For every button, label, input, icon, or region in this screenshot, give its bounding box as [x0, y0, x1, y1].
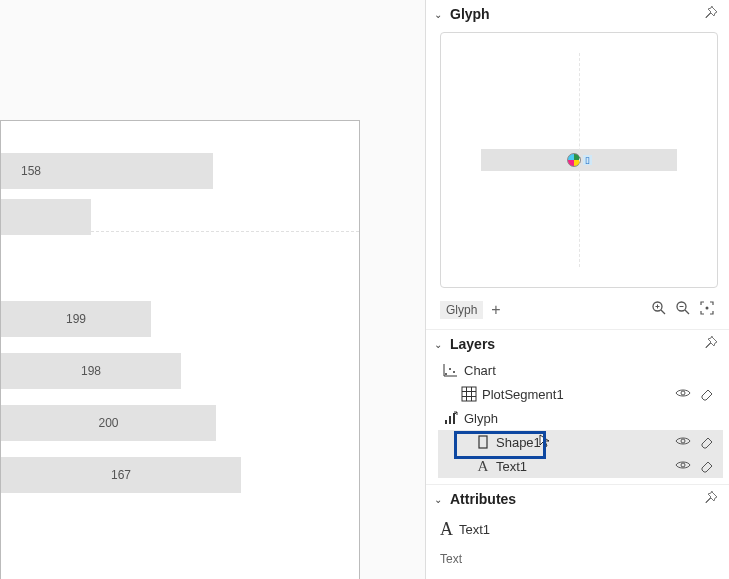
bar-value: 167	[111, 468, 131, 482]
svg-point-8	[445, 373, 447, 375]
fit-view-icon[interactable]	[699, 300, 715, 319]
svg-line-5	[685, 310, 689, 314]
attributes-body: A Text1 Text	[426, 511, 729, 570]
chart-canvas[interactable]: 158 199 198 200 167	[0, 120, 360, 579]
rectangle-icon	[474, 433, 492, 451]
bar-value: 158	[21, 164, 41, 178]
text-icon: A	[440, 519, 453, 540]
glyph-binding-tag: ▯	[583, 155, 592, 165]
layer-glyph[interactable]: Glyph	[438, 406, 723, 430]
layer-text1[interactable]: A Text1	[438, 454, 723, 478]
layers-section-title: Layers	[450, 336, 495, 352]
layer-label: Chart	[464, 363, 496, 378]
add-glyph-button[interactable]: +	[491, 301, 500, 319]
grid-icon	[460, 385, 478, 403]
layer-label: PlotSegment1	[482, 387, 564, 402]
glyph-section-header[interactable]: ⌄ Glyph	[426, 0, 729, 26]
attributes-section-title: Attributes	[450, 491, 516, 507]
pin-icon[interactable]	[703, 6, 719, 22]
chart-bar[interactable]: 198	[1, 353, 181, 389]
glyph-icon	[442, 409, 460, 427]
pin-icon[interactable]	[703, 491, 719, 507]
visibility-icon[interactable]	[675, 433, 691, 452]
glyph-shape-preview[interactable]: ▯	[481, 149, 677, 171]
chart-bar[interactable]	[1, 199, 91, 235]
cursor-icon	[539, 434, 551, 451]
layer-shape1[interactable]: Shape1	[438, 430, 723, 454]
attributes-object-row: A Text1	[440, 515, 715, 546]
visibility-icon[interactable]	[675, 457, 691, 476]
pin-icon[interactable]	[703, 336, 719, 352]
chart-bar[interactable]: 167	[1, 457, 241, 493]
layers-section-header[interactable]: ⌄ Layers	[426, 329, 729, 356]
svg-rect-22	[479, 436, 487, 448]
zoom-out-icon[interactable]	[675, 300, 691, 319]
layer-plot-segment[interactable]: PlotSegment1	[438, 382, 723, 406]
svg-rect-13	[462, 387, 476, 401]
chart-bar[interactable]: 200	[1, 405, 216, 441]
text-icon: A	[474, 457, 492, 475]
layer-label: Glyph	[464, 411, 498, 426]
glyph-center-marker-icon	[567, 153, 581, 167]
layer-label: Text1	[496, 459, 527, 474]
glyph-editor-canvas[interactable]: ▯	[440, 32, 718, 288]
svg-rect-20	[449, 416, 451, 424]
bar-value: 200	[98, 416, 118, 430]
eraser-icon[interactable]	[699, 385, 715, 404]
chevron-down-icon: ⌄	[434, 339, 446, 350]
glyph-badge[interactable]: Glyph	[440, 301, 483, 319]
glyph-section-title: Glyph	[450, 6, 490, 22]
svg-point-23	[681, 439, 685, 443]
main-chart-area: 158 199 198 200 167	[0, 0, 425, 579]
chart-bar[interactable]: 199	[1, 301, 151, 337]
chart-icon	[442, 361, 460, 379]
layer-label: Shape1	[496, 435, 541, 450]
layer-chart[interactable]: Chart	[438, 358, 723, 382]
svg-point-9	[449, 368, 451, 370]
visibility-icon[interactable]	[675, 385, 691, 404]
layers-tree: Chart PlotSegment1 Glyph Shape1	[426, 356, 729, 484]
svg-line-1	[661, 310, 665, 314]
svg-point-10	[453, 371, 455, 373]
eraser-icon[interactable]	[699, 457, 715, 476]
attributes-object-name: Text1	[459, 522, 490, 537]
right-panel: ⌄ Glyph ▯ Glyph + ⌄ Layers	[425, 0, 729, 579]
attributes-section-header[interactable]: ⌄ Attributes	[426, 484, 729, 511]
zoom-in-icon[interactable]	[651, 300, 667, 319]
eraser-icon[interactable]	[699, 433, 715, 452]
chart-bar[interactable]: 158	[1, 153, 213, 189]
glyph-toolbar: Glyph +	[426, 296, 729, 329]
chevron-down-icon: ⌄	[434, 9, 446, 20]
attr-text-field-label: Text	[440, 552, 715, 566]
svg-point-24	[681, 463, 685, 467]
bar-value: 199	[66, 312, 86, 326]
svg-point-18	[681, 391, 685, 395]
bar-value: 198	[81, 364, 101, 378]
svg-point-7	[706, 307, 709, 310]
chevron-down-icon: ⌄	[434, 494, 446, 505]
svg-rect-19	[445, 420, 447, 424]
